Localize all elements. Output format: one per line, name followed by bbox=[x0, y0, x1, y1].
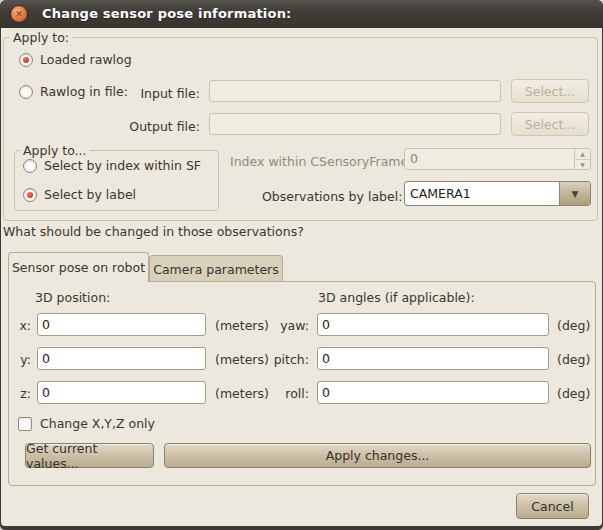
radio-select-by-label-label: Select by label bbox=[44, 187, 136, 202]
x-label: x: bbox=[9, 318, 31, 333]
output-file-label: Output file: bbox=[101, 119, 200, 134]
radio-select-by-index-label: Select by index within SF bbox=[44, 158, 201, 173]
radio-loaded-rawlog[interactable]: Loaded rawlog bbox=[19, 52, 132, 67]
deg-label-yaw: (deg) bbox=[557, 318, 590, 333]
index-spinner[interactable]: 0 ▲ ▼ bbox=[404, 148, 591, 170]
combo-dropdown-button[interactable]: ▼ bbox=[559, 182, 590, 205]
spin-up-icon[interactable]: ▲ bbox=[575, 149, 590, 160]
select-output-file-button[interactable]: Select... bbox=[511, 112, 589, 136]
apply-changes-button[interactable]: Apply changes... bbox=[164, 443, 591, 468]
y-label: y: bbox=[9, 352, 31, 367]
input-file-label: Input file: bbox=[101, 86, 200, 101]
change-xyz-checkbox-row: Change X,Y,Z only bbox=[18, 416, 155, 431]
deg-label-roll: (deg) bbox=[557, 386, 590, 401]
index-within-csf-label: Index within CSensoryFrame bbox=[230, 154, 408, 169]
apply-to-legend: Apply to: bbox=[10, 30, 72, 45]
tab-camera-parameters[interactable]: Camera parameters bbox=[149, 255, 283, 283]
pitch-label: pitch: bbox=[267, 352, 309, 367]
radio-button-icon bbox=[19, 85, 33, 99]
radio-button-icon bbox=[19, 53, 33, 67]
change-xyz-label: Change X,Y,Z only bbox=[40, 416, 155, 431]
meters-label-y: (meters) bbox=[215, 352, 269, 367]
angles-header: 3D angles (if applicable): bbox=[318, 290, 475, 305]
output-file-field[interactable] bbox=[209, 113, 501, 135]
roll-field[interactable] bbox=[317, 381, 549, 404]
roll-label: roll: bbox=[267, 386, 309, 401]
deg-label-pitch: (deg) bbox=[557, 352, 590, 367]
dialog-window: ✕ Change sensor pose information: Apply … bbox=[0, 0, 603, 530]
select-input-file-button[interactable]: Select... bbox=[511, 79, 589, 103]
meters-label-x: (meters) bbox=[215, 318, 269, 333]
radio-loaded-rawlog-label: Loaded rawlog bbox=[40, 52, 132, 67]
x-field[interactable] bbox=[37, 313, 206, 336]
pitch-field[interactable] bbox=[317, 347, 549, 370]
input-file-field[interactable] bbox=[209, 80, 501, 102]
index-spinner-value: 0 bbox=[405, 149, 574, 169]
question-label: What should be changed in those observat… bbox=[3, 224, 304, 239]
z-label: z: bbox=[9, 386, 31, 401]
tab-camera-parameters-label: Camera parameters bbox=[153, 262, 279, 277]
position-header: 3D position: bbox=[35, 290, 110, 305]
chevron-down-icon: ▼ bbox=[572, 189, 579, 199]
radio-button-icon bbox=[23, 159, 37, 173]
spin-down-icon[interactable]: ▼ bbox=[575, 160, 590, 170]
meters-label-z: (meters) bbox=[215, 386, 269, 401]
get-current-values-button[interactable]: Get current values... bbox=[25, 443, 154, 468]
window-title: Change sensor pose information: bbox=[42, 0, 292, 28]
y-field[interactable] bbox=[37, 347, 206, 370]
cancel-button[interactable]: Cancel bbox=[516, 493, 589, 519]
radio-button-icon bbox=[23, 188, 37, 202]
observations-by-label-label: Observations by label: bbox=[262, 189, 402, 204]
yaw-field[interactable] bbox=[317, 313, 549, 336]
selection-mode-legend: Apply to... bbox=[20, 143, 90, 158]
tab-sensor-pose-label: Sensor pose on robot bbox=[12, 260, 145, 275]
close-icon: ✕ bbox=[15, 9, 23, 19]
dialog-content: Apply to: Loaded rawlog Rawlog in file: … bbox=[1, 28, 602, 526]
change-xyz-checkbox[interactable] bbox=[18, 417, 32, 431]
yaw-label: yaw: bbox=[267, 318, 309, 333]
titlebar: ✕ Change sensor pose information: bbox=[0, 0, 603, 28]
spinner-arrows[interactable]: ▲ ▼ bbox=[574, 149, 590, 169]
radio-select-by-label[interactable]: Select by label bbox=[23, 187, 136, 202]
observations-combo: ▼ bbox=[404, 181, 591, 206]
z-field[interactable] bbox=[37, 381, 206, 404]
tab-sensor-pose[interactable]: Sensor pose on robot bbox=[8, 252, 149, 282]
radio-select-by-index[interactable]: Select by index within SF bbox=[23, 158, 201, 173]
close-button[interactable]: ✕ bbox=[10, 5, 28, 23]
